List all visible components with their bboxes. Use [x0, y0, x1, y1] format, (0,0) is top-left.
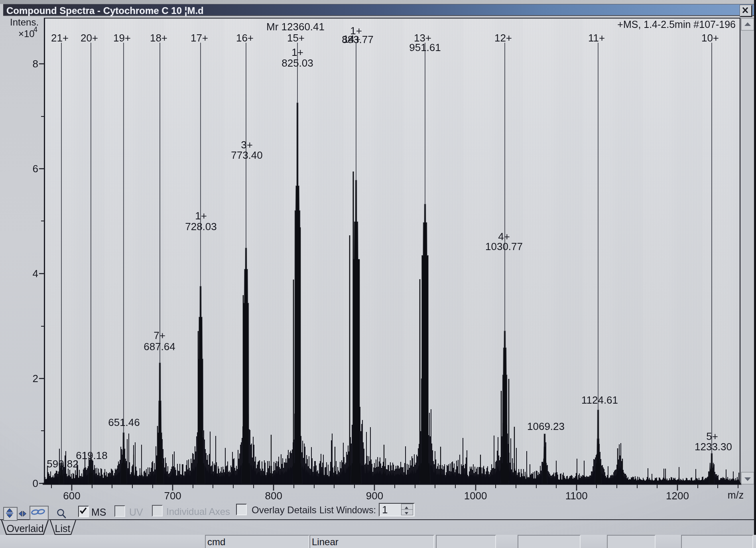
svg-text:900: 900	[366, 490, 383, 502]
svg-text:16+: 16+	[236, 32, 254, 44]
svg-text:1000: 1000	[464, 490, 487, 502]
svg-text:4: 4	[33, 26, 37, 34]
svg-text:7+: 7+	[154, 329, 165, 341]
svg-text:825.03: 825.03	[282, 57, 313, 69]
svg-text:17+: 17+	[191, 32, 208, 44]
svg-text:773.40: 773.40	[231, 149, 263, 161]
svg-text:m/z: m/z	[728, 489, 744, 501]
svg-text:List: List	[55, 523, 71, 534]
svg-text:700: 700	[164, 490, 181, 502]
svg-text:8: 8	[33, 58, 38, 70]
svg-text:1030.77: 1030.77	[485, 240, 523, 252]
svg-text:883.77: 883.77	[342, 34, 374, 45]
svg-text:0: 0	[33, 477, 38, 489]
svg-text:11+: 11+	[588, 32, 605, 44]
svg-text:10+: 10+	[701, 32, 719, 44]
svg-text:1200: 1200	[666, 490, 689, 502]
svg-text:951.61: 951.61	[409, 41, 441, 53]
svg-text:800: 800	[265, 490, 282, 502]
svg-text:Mr 12360.41: Mr 12360.41	[266, 21, 325, 33]
svg-text:728.03: 728.03	[185, 221, 217, 233]
svg-text:6: 6	[33, 163, 38, 175]
svg-text:600: 600	[63, 490, 80, 502]
svg-text:21+: 21+	[51, 32, 69, 44]
svg-text:1233.30: 1233.30	[695, 441, 732, 453]
svg-text:4: 4	[33, 268, 38, 280]
svg-text:×10: ×10	[18, 28, 35, 39]
svg-text:1+: 1+	[291, 46, 303, 58]
svg-text:Overlaid: Overlaid	[6, 523, 43, 534]
svg-text:19+: 19+	[113, 32, 131, 44]
svg-text:1100: 1100	[565, 490, 588, 502]
svg-text:1069.23: 1069.23	[527, 420, 565, 432]
svg-text:687.64: 687.64	[144, 341, 175, 353]
svg-text:619.18: 619.18	[76, 449, 108, 461]
svg-text:1124.61: 1124.61	[581, 394, 618, 406]
svg-text:+MS, 1.4-2.5min #107-196: +MS, 1.4-2.5min #107-196	[617, 19, 736, 30]
svg-text:2: 2	[33, 373, 38, 384]
svg-text:651.46: 651.46	[108, 416, 140, 428]
svg-text:12+: 12+	[494, 32, 512, 44]
svg-text:20+: 20+	[81, 32, 98, 44]
svg-text:15+: 15+	[287, 32, 305, 44]
svg-text:590.82: 590.82	[47, 458, 79, 470]
svg-text:1+: 1+	[195, 210, 207, 222]
svg-text:18+: 18+	[150, 32, 167, 44]
